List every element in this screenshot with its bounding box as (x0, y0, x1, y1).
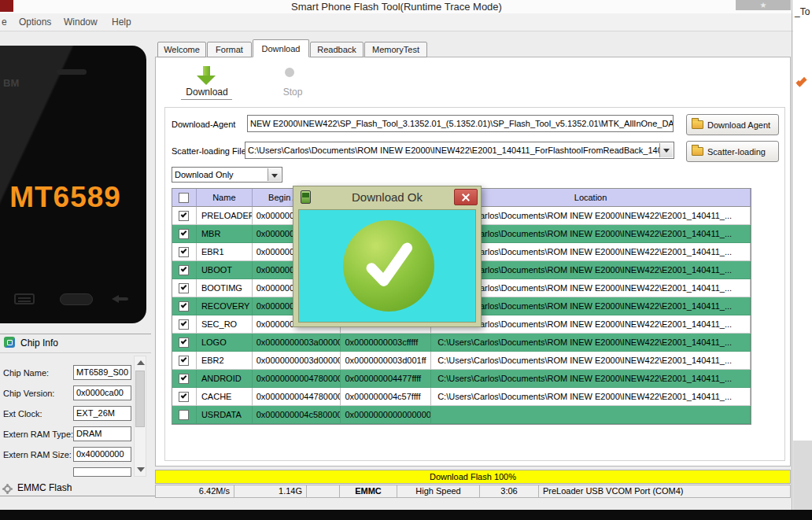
row-checkbox-cell (172, 243, 197, 261)
partition-name-cell: BOOTIMG (197, 279, 253, 297)
status-usb-mode: High Speed (397, 485, 480, 498)
row-checkbox[interactable] (179, 410, 189, 420)
row-checkbox-cell (172, 261, 197, 279)
row-checkbox[interactable] (179, 392, 189, 402)
begin-address-cell: 0x0000000003d00000 (253, 352, 341, 370)
location-cell (431, 406, 751, 424)
menu-options[interactable]: Options (19, 13, 51, 31)
location-cell: C:\Users\Carlos\Documents\ROM INEW E2000… (431, 388, 751, 406)
partition-name-cell: CACHE (197, 388, 253, 406)
partition-name-cell: ANDROID (197, 370, 253, 388)
chip-name-field[interactable]: MT6589_S00 (73, 365, 131, 380)
partition-name-cell: EBR1 (197, 243, 253, 261)
scatter-loading-button[interactable]: Scatter-loading (686, 141, 779, 162)
table-row[interactable]: ANDROID0x00000000047800000x000000004477f… (172, 370, 751, 388)
star-icon: ★ (760, 1, 767, 9)
gear-icon (4, 485, 11, 492)
folder-icon (692, 147, 703, 156)
begin-address-cell: 0x0000000003a00000 (253, 334, 341, 352)
scroll-up-icon[interactable] (137, 360, 145, 365)
status-bar: 6.42M/s 1.14G EMMC High Speed 3:06 PreLo… (155, 485, 791, 498)
tab-download[interactable]: Download (253, 39, 309, 57)
dialog-body (298, 209, 476, 323)
row-checkbox[interactable] (179, 229, 189, 239)
download-button[interactable] (197, 66, 216, 87)
phone-brand: BM (3, 77, 19, 89)
stop-button-icon (285, 68, 294, 77)
row-checkbox-cell (172, 388, 197, 406)
row-checkbox[interactable] (179, 283, 189, 293)
chip-info-icon (4, 337, 15, 348)
tab-format[interactable]: Format (207, 42, 252, 57)
phone-home-button-icon (60, 293, 93, 305)
combo-dropdown-icon[interactable] (268, 168, 281, 181)
download-button-label[interactable]: Download (179, 87, 234, 98)
table-row[interactable]: CACHE0x00000000447800000x000000004c57fff… (172, 388, 751, 406)
partial-field (73, 467, 131, 477)
combo-dropdown-icon[interactable] (659, 143, 673, 157)
row-checkbox-cell (172, 334, 197, 352)
bottom-bar (0, 510, 812, 520)
menu-file-fragment[interactable]: e (2, 13, 7, 31)
emmc-flash-title: EMMC Flash (17, 482, 72, 493)
mode-select[interactable]: Download Only (172, 167, 282, 183)
select-all-cell (172, 189, 197, 207)
row-checkbox[interactable] (179, 337, 189, 348)
download-agent-label: Download-Agent (172, 120, 235, 129)
scatter-file-value: C:\Users\Carlos\Documents\ROM INEW E2000… (248, 146, 672, 155)
download-agent-input[interactable]: NEW E2000\INEW422\SP_Flash_Tool_3.1352.0… (247, 115, 674, 132)
partition-name-cell: LOGO (197, 334, 253, 352)
mode-select-value: Download Only (175, 170, 234, 179)
tab-memorytest[interactable]: MemoryTest (364, 42, 427, 57)
ram-size-field[interactable]: 0x40000000 (73, 447, 131, 462)
dialog-close-button[interactable] (454, 189, 478, 205)
table-row[interactable]: LOGO0x0000000003a000000x0000000003cfffff… (172, 334, 751, 352)
tab-welcome[interactable]: Welcome (157, 42, 206, 57)
partition-name-cell: RECOVERY (197, 297, 253, 315)
dialog-title: Download Ok (293, 186, 481, 208)
chip-info-title: Chip Info (20, 337, 58, 349)
chip-version-label: Chip Version: (3, 389, 54, 398)
ext-clock-field[interactable]: EXT_26M (73, 406, 131, 421)
row-checkbox[interactable] (179, 265, 189, 275)
row-checkbox[interactable] (179, 374, 189, 384)
download-agent-button-label: Download Agent (707, 120, 770, 130)
download-agent-button[interactable]: Download Agent (686, 114, 779, 135)
location-cell: C:\Users\Carlos\Documents\ROM INEW E2000… (431, 334, 751, 352)
end-address-cell: 0x0000000003cfffff (341, 334, 431, 352)
scatter-button-label: Scatter-loading (707, 147, 766, 157)
table-row[interactable]: EBR20x0000000003d000000x0000000003d001ff… (172, 352, 751, 370)
header-name[interactable]: Name (197, 189, 253, 207)
row-checkbox[interactable] (179, 247, 189, 257)
scrollbar-thumb[interactable] (135, 371, 145, 427)
tab-readback[interactable]: Readback (310, 42, 364, 57)
select-all-checkbox[interactable] (179, 193, 189, 203)
stop-button[interactable]: Stop (277, 87, 308, 98)
download-selected-underline (181, 99, 232, 100)
scroll-down-icon[interactable] (137, 467, 145, 472)
scatter-file-label: Scatter-loading File (172, 146, 246, 156)
location-cell: C:\Users\Carlos\Documents\ROM INEW E2000… (431, 352, 751, 370)
partition-name-cell: UBOOT (197, 261, 253, 279)
menu-help[interactable]: Help (112, 13, 131, 31)
ram-type-field[interactable]: DRAM (73, 426, 131, 441)
row-checkbox[interactable] (179, 301, 189, 312)
row-checkbox[interactable] (179, 356, 189, 366)
partition-name-cell: EBR2 (197, 352, 253, 370)
end-address-cell: 0x0000000000000000 (341, 406, 431, 424)
partition-name-cell: MBR (197, 225, 253, 243)
status-port: PreLoader USB VCOM Port (COM4) (539, 485, 791, 498)
chip-version-field[interactable]: 0x0000ca00 (73, 385, 131, 400)
divider (0, 334, 151, 334)
divider (0, 352, 151, 353)
partition-name-cell: PRELOADER (197, 207, 253, 225)
row-checkbox[interactable] (179, 211, 189, 221)
chip-info-scrollbar[interactable] (134, 356, 146, 477)
table-row[interactable]: USRDATA0x000000004c5800000x0000000000000… (172, 406, 751, 424)
row-checkbox[interactable] (179, 319, 189, 330)
menubar: e Options Window Help (0, 13, 793, 31)
phone-model-label: MT6589 (0, 181, 146, 214)
status-data-size: 1.14G (234, 485, 307, 498)
menu-window[interactable]: Window (64, 13, 98, 31)
scatter-file-combo[interactable]: C:\Users\Carlos\Documents\ROM INEW E2000… (245, 142, 674, 159)
